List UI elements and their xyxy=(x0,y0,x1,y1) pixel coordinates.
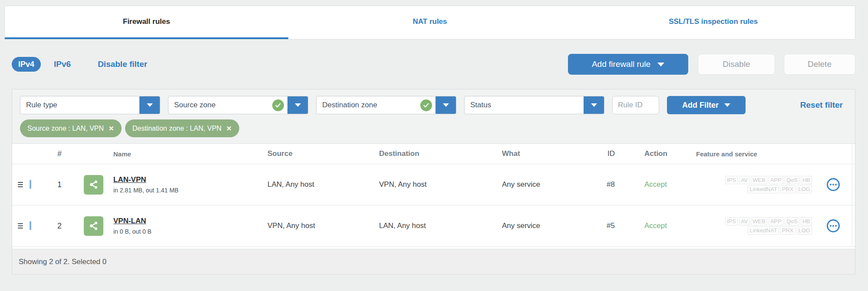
drag-handle-icon[interactable] xyxy=(18,223,23,228)
rule-id-cell: #8 xyxy=(590,180,615,189)
add-firewall-rule-label: Add firewall rule xyxy=(592,60,650,69)
table-row: 2 VPN-LAN in 0 B, out 0 B VPN, Any host … xyxy=(12,205,855,247)
filter-applied-check-icon xyxy=(420,99,432,111)
name-cell: VPN-LAN in 0 B, out 0 B xyxy=(73,216,266,236)
checkbox-cell xyxy=(30,181,46,188)
action-cell: Accept xyxy=(615,222,690,230)
feature-badge: AV xyxy=(739,217,749,225)
feature-badge: LinkedNAT xyxy=(748,185,779,193)
rule-name-link[interactable]: LAN-VPN xyxy=(113,175,178,184)
table-footer-status: Showing 2 of 2. Selected 0 xyxy=(12,249,855,274)
feature-badge: AV xyxy=(739,176,749,184)
dropdown-arrow-button[interactable] xyxy=(287,96,308,114)
action-cell: Accept xyxy=(615,180,690,189)
rule-position: 1 xyxy=(46,180,73,189)
dropdown-arrow-button[interactable] xyxy=(139,96,160,114)
delete-button[interactable]: Delete xyxy=(784,54,855,75)
feature-badge: QoS xyxy=(785,176,799,184)
feature-badge: QoS xyxy=(785,217,799,225)
feature-badge: IPS xyxy=(725,217,738,225)
disable-button[interactable]: Disable xyxy=(698,54,775,75)
filter-area: Rule type Source zone Destination zone S… xyxy=(12,89,855,144)
rule-type-filter-dropdown[interactable]: Rule type xyxy=(20,96,160,114)
header-what: What xyxy=(490,149,590,158)
firewall-rules-table: # Name Source Destination What ID Action… xyxy=(12,144,855,247)
feature-badge: HB xyxy=(801,217,812,225)
what-cell: Any service xyxy=(490,180,590,189)
drag-cell xyxy=(12,182,30,187)
badge-line: LinkedNAT PRX LOG xyxy=(748,185,812,193)
status-filter-dropdown[interactable]: Status xyxy=(464,96,604,114)
disable-filter-link[interactable]: Disable filter xyxy=(98,60,147,69)
more-cell xyxy=(814,178,853,191)
dropdown-arrow-button[interactable] xyxy=(584,96,604,114)
chip-label: Destination zone : LAN, VPN xyxy=(132,125,221,132)
header-action: Action xyxy=(615,149,690,158)
rule-position: 2 xyxy=(46,222,73,231)
drag-handle-icon[interactable] xyxy=(18,182,23,187)
feature-badge: PRX xyxy=(780,226,795,235)
table-header-row: # Name Source Destination What ID Action… xyxy=(12,144,855,164)
what-cell: Any service xyxy=(490,222,590,230)
feature-badge: LOG xyxy=(797,185,812,193)
source-zone-filter-chip: Source zone : LAN, VPN ✕ xyxy=(20,119,122,137)
table-row: 1 LAN-VPN in 2.81 MB, out 1.41 MB LAN, A… xyxy=(12,164,855,205)
header-number: # xyxy=(46,149,73,159)
rule-id-input[interactable] xyxy=(612,96,659,114)
remove-filter-icon[interactable]: ✕ xyxy=(109,125,114,132)
source-zone-filter-label: Source zone xyxy=(168,101,272,109)
ipv6-toggle[interactable]: IPv6 xyxy=(54,60,71,69)
chip-label: Source zone : LAN, VPN xyxy=(27,125,104,132)
source-cell: VPN, Any host xyxy=(266,222,378,230)
header-destination: Destination xyxy=(378,149,490,158)
feature-badge: HB xyxy=(801,176,812,184)
dropdown-arrow-button[interactable] xyxy=(436,96,456,114)
chevron-down-icon xyxy=(657,63,664,66)
reset-filter-link[interactable]: Reset filter xyxy=(800,100,843,110)
row-menu-ellipsis-icon[interactable] xyxy=(827,178,840,191)
more-cell xyxy=(814,219,853,232)
rule-type-filter-label: Rule type xyxy=(20,101,139,109)
feature-badge: WEB xyxy=(751,176,767,184)
add-filter-label: Add Filter xyxy=(682,101,719,110)
badge-line: IPS AV WEB APP QoS HB xyxy=(725,217,812,225)
active-filter-chips: Source zone : LAN, VPN ✕ Destination zon… xyxy=(20,119,847,137)
destination-cell: VPN, Any host xyxy=(378,180,490,189)
feature-badge: PRX xyxy=(780,185,795,193)
remove-filter-icon[interactable]: ✕ xyxy=(226,125,232,132)
rule-name-link[interactable]: VPN-LAN xyxy=(113,217,152,225)
chevron-down-icon xyxy=(591,103,597,107)
header-id: ID xyxy=(590,149,615,158)
feature-service-cell: IPS AV WEB APP QoS HB LinkedNAT PRX LOG xyxy=(690,217,814,235)
rule-traffic: in 0 B, out 0 B xyxy=(113,228,152,235)
destination-zone-filter-dropdown[interactable]: Destination zone xyxy=(316,96,456,114)
source-cell: LAN, Any host xyxy=(266,180,378,189)
row-checkbox[interactable] xyxy=(30,221,31,230)
header-name: Name xyxy=(73,150,266,158)
destination-zone-filter-chip: Destination zone : LAN, VPN ✕ xyxy=(125,119,239,137)
firewall-rules-panel: Rule type Source zone Destination zone S… xyxy=(12,89,855,274)
chevron-down-icon xyxy=(724,103,730,107)
ipv4-toggle[interactable]: IPv4 xyxy=(12,57,41,72)
badge-line: LinkedNAT PRX LOG xyxy=(748,226,812,235)
add-firewall-rule-button[interactable]: Add firewall rule xyxy=(568,54,688,75)
tab-nat-rules[interactable]: NAT rules xyxy=(288,6,572,39)
feature-badge: APP xyxy=(769,176,783,184)
feature-badge: IPS xyxy=(725,176,738,184)
tab-ssl-tls-inspection-rules[interactable]: SSL/TLS inspection rules xyxy=(571,6,855,39)
rule-traffic: in 2.81 MB, out 1.41 MB xyxy=(113,187,178,194)
header-feature-service: Feature and service xyxy=(690,150,814,158)
tab-firewall-rules[interactable]: Firewall rules xyxy=(5,6,288,39)
source-zone-filter-dropdown[interactable]: Source zone xyxy=(168,96,308,114)
header-source: Source xyxy=(266,149,378,158)
chevron-down-icon xyxy=(295,103,301,107)
feature-badge: APP xyxy=(769,217,783,225)
row-checkbox[interactable] xyxy=(30,180,31,189)
status-filter-label: Status xyxy=(465,101,584,109)
destination-cell: LAN, Any host xyxy=(378,222,490,230)
row-menu-ellipsis-icon[interactable] xyxy=(827,219,840,232)
feature-service-cell: IPS AV WEB APP QoS HB LinkedNAT PRX LOG xyxy=(690,176,814,193)
badge-line: IPS AV WEB APP QoS HB xyxy=(725,176,812,184)
add-filter-button[interactable]: Add Filter xyxy=(667,96,746,114)
name-block: LAN-VPN in 2.81 MB, out 1.41 MB xyxy=(113,175,178,194)
